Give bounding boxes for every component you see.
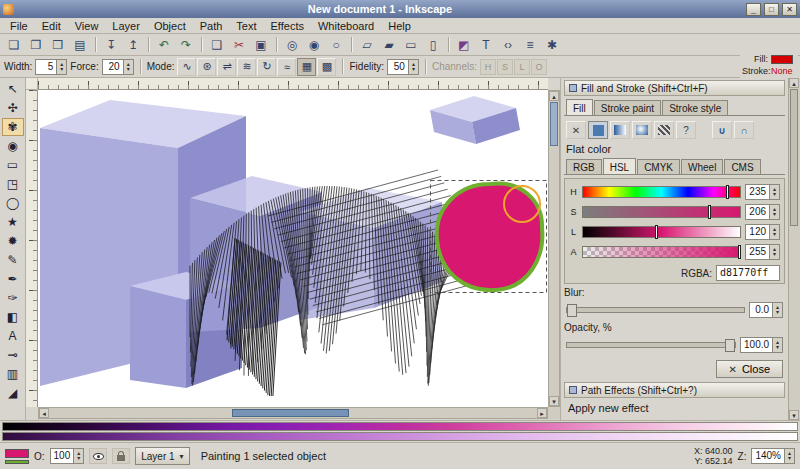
node-tool[interactable]: ✣ <box>2 99 24 117</box>
fill-stroke-panel-header[interactable]: Fill and Stroke (Shift+Ctrl+F) <box>564 80 785 96</box>
spin-arrows-icon[interactable] <box>769 205 779 219</box>
roughen-mode-button[interactable]: ≋ <box>237 58 256 76</box>
channel-l-button[interactable]: L <box>514 59 530 75</box>
preferences-icon[interactable]: ✱ <box>542 36 562 54</box>
lightness-spinner[interactable]: 120 <box>745 224 780 240</box>
saturation-slider[interactable] <box>582 206 741 218</box>
spin-arrows-icon[interactable] <box>73 449 83 463</box>
vertical-scrollbar-thumb[interactable] <box>550 102 558 146</box>
menu-file[interactable]: File <box>3 19 35 33</box>
ellipse-tool[interactable]: ◯ <box>2 194 24 212</box>
flat-color-button[interactable] <box>588 121 608 139</box>
paint-mode-button[interactable]: ▦ <box>297 58 316 76</box>
menu-effects[interactable]: Effects <box>264 19 311 33</box>
menu-help[interactable]: Help <box>381 19 418 33</box>
tab-rgb[interactable]: RGB <box>566 159 602 174</box>
spin-arrows-icon[interactable] <box>772 338 782 352</box>
align-dialog-icon[interactable]: ≡ <box>520 36 540 54</box>
rect-tool[interactable]: ▭ <box>2 156 24 174</box>
zoom-drawing-icon[interactable]: ◉ <box>304 36 324 54</box>
selected-stroke-swatch[interactable] <box>5 460 29 464</box>
zoom-page-icon[interactable]: ○ <box>326 36 346 54</box>
spin-arrows-icon[interactable] <box>769 185 779 199</box>
spin-arrows-icon[interactable] <box>784 449 794 463</box>
blur-spinner[interactable]: 0.0 <box>749 302 783 318</box>
tab-hsl[interactable]: HSL <box>603 158 636 174</box>
width-spinner[interactable]: 5 <box>35 59 67 75</box>
slider-marker[interactable] <box>708 205 711 219</box>
star-tool[interactable]: ★ <box>2 213 24 231</box>
force-spinner[interactable]: 20 <box>102 59 134 75</box>
menu-view[interactable]: View <box>68 19 106 33</box>
spin-arrows-icon[interactable] <box>772 303 782 317</box>
window-close-button[interactable]: ✕ <box>782 3 797 16</box>
horizontal-ruler[interactable] <box>38 78 548 90</box>
pattern-button[interactable] <box>654 121 674 139</box>
alpha-value[interactable]: 255 <box>746 245 769 259</box>
spin-arrows-icon[interactable] <box>769 225 779 239</box>
opacity-slider[interactable] <box>566 342 736 348</box>
path-effects-panel-header[interactable]: Path Effects (Shift+Ctrl+?) <box>564 382 785 398</box>
paste-icon[interactable]: ▣ <box>251 36 271 54</box>
selected-style-indicator[interactable] <box>5 449 29 464</box>
pencil-tool[interactable]: ✎ <box>2 251 24 269</box>
paintbucket-tool[interactable]: ◧ <box>2 308 24 326</box>
unknown-paint-button[interactable]: ? <box>676 121 696 139</box>
maximize-button[interactable]: □ <box>764 3 779 16</box>
no-paint-button[interactable]: ✕ <box>566 121 586 139</box>
layer-visibility-button[interactable] <box>89 448 107 464</box>
text-dialog-icon[interactable]: T <box>476 36 496 54</box>
print-icon[interactable]: ▤ <box>70 36 90 54</box>
opacity-value[interactable]: 100.0 <box>741 338 772 352</box>
layer-lock-button[interactable] <box>112 448 130 464</box>
hue-slider[interactable] <box>582 186 741 198</box>
scroll-down-icon[interactable] <box>789 410 799 420</box>
radial-gradient-button[interactable] <box>632 121 652 139</box>
zoom-selection-icon[interactable]: ◎ <box>282 36 302 54</box>
channel-h-button[interactable]: H <box>480 59 496 75</box>
zoom-spinner[interactable]: 140% <box>751 448 795 464</box>
dock-scrollbar[interactable] <box>788 78 800 420</box>
selected-fill-swatch[interactable] <box>5 449 29 458</box>
menu-whiteboard[interactable]: Whiteboard <box>311 19 381 33</box>
copy-icon[interactable]: ❑ <box>207 36 227 54</box>
minimize-button[interactable]: _ <box>746 3 761 16</box>
menu-path[interactable]: Path <box>193 19 230 33</box>
box3d-tool[interactable]: ◳ <box>2 175 24 193</box>
object-opacity-spinner[interactable]: 100 <box>50 448 85 464</box>
open-icon[interactable]: ❐ <box>26 36 46 54</box>
fill-rule-evenodd-button[interactable]: ∪ <box>712 121 732 139</box>
select-tool[interactable]: ↖ <box>2 80 24 98</box>
spin-arrows-icon[interactable] <box>123 60 133 74</box>
blur-slider-thumb[interactable] <box>567 304 577 317</box>
undo-icon[interactable]: ↶ <box>154 36 174 54</box>
palette-row-1[interactable] <box>2 422 798 431</box>
opacity-spinner[interactable]: 100.0 <box>740 337 783 353</box>
canvas[interactable] <box>38 90 548 407</box>
cut-icon[interactable]: ✂ <box>229 36 249 54</box>
save-icon[interactable]: ❒ <box>48 36 68 54</box>
zoom-tool[interactable]: ◉ <box>2 137 24 155</box>
group-icon[interactable]: ▭ <box>401 36 421 54</box>
opacity-slider-thumb[interactable] <box>725 339 735 352</box>
connector-tool[interactable]: ⊸ <box>2 346 24 364</box>
alpha-slider[interactable] <box>582 246 741 258</box>
slider-marker[interactable] <box>726 185 729 199</box>
import-icon[interactable]: ↧ <box>101 36 121 54</box>
tab-cmyk[interactable]: CMYK <box>637 159 680 174</box>
spin-arrows-icon[interactable] <box>769 245 779 259</box>
slider-marker[interactable] <box>738 245 741 259</box>
attract-repel-mode-button[interactable]: ⇌ <box>217 58 236 76</box>
palette-row-2[interactable] <box>2 432 798 441</box>
blur-value[interactable]: 0.0 <box>750 303 772 317</box>
scroll-up-icon[interactable] <box>789 78 799 88</box>
lightness-value[interactable]: 120 <box>746 225 769 239</box>
horizontal-scrollbar-thumb[interactable] <box>232 409 349 417</box>
rgba-input[interactable]: d81770ff <box>716 265 780 281</box>
title-bar[interactable]: New document 1 - Inkscape _ □ ✕ <box>0 0 800 18</box>
dropper-tool[interactable]: ◢ <box>2 384 24 402</box>
spin-arrows-icon[interactable] <box>56 60 66 74</box>
xml-editor-icon[interactable]: ‹› <box>498 36 518 54</box>
vertical-scrollbar[interactable] <box>548 90 560 407</box>
tweak-tool[interactable]: ✾ <box>2 118 24 136</box>
